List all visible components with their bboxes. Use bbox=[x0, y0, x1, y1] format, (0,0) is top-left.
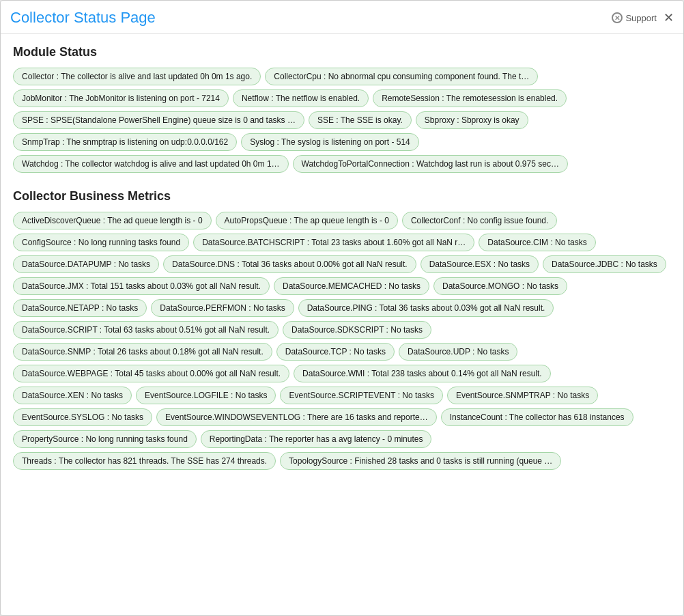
status-badge: WatchdogToPortalConnection : Watchdog la… bbox=[293, 155, 568, 173]
status-badge: SSE : The SSE is okay. bbox=[309, 111, 412, 129]
support-label: Support bbox=[625, 13, 657, 23]
metric-badge: Threads : The collector has 821 threads.… bbox=[13, 452, 276, 470]
metric-badge: ConfigSource : No long running tasks fou… bbox=[13, 234, 189, 251]
metric-badge: ActiveDiscoverQueue : The ad queue lengt… bbox=[13, 212, 212, 229]
metric-badge: EventSource.SYSLOG : No tasks bbox=[13, 408, 152, 426]
metric-badge: CollectorConf : No config issue found. bbox=[402, 212, 557, 229]
business-metrics-title: Collector Business Metrics bbox=[13, 189, 671, 204]
metric-badge: DataSource.NETAPP : No tasks bbox=[13, 299, 147, 317]
status-badge: Watchdog : The collector watchdog is ali… bbox=[13, 155, 289, 173]
status-badge: Netflow : The netflow is enabled. bbox=[233, 89, 369, 107]
metric-badge: EventSource.WINDOWSEVENTLOG : There are … bbox=[156, 408, 437, 426]
metric-badge: DataSource.ESX : No tasks bbox=[421, 255, 539, 273]
support-button[interactable]: ✕ Support bbox=[612, 12, 657, 23]
metric-badge: ReportingData : The reporter has a avg l… bbox=[201, 430, 432, 448]
metric-badge: DataSource.UDP : No tasks bbox=[399, 343, 518, 361]
metric-badge: DataSource.SDKSCRIPT : No tasks bbox=[283, 321, 431, 339]
metric-badge: InstanceCount : The collector has 618 in… bbox=[441, 408, 633, 426]
status-badge: Sbproxy : Sbproxy is okay bbox=[416, 111, 528, 129]
module-status-title: Module Status bbox=[13, 45, 671, 59]
metric-badge: DataSource.JDBC : No tasks bbox=[543, 255, 666, 273]
status-badge: Syslog : The syslog is listening on port… bbox=[241, 133, 419, 151]
metric-badge: EventSource.LOGFILE : No tasks bbox=[136, 387, 276, 404]
metric-badge: DataSource.SNMP : Total 26 tasks about 0… bbox=[13, 343, 272, 361]
status-badge: SnmpTrap : The snmptrap is listening on … bbox=[13, 133, 237, 151]
metric-badge: EventSource.SNMPTRAP : No tasks bbox=[447, 387, 598, 404]
main-window: Collector Status Page ✕ Support ✕ Module… bbox=[0, 0, 684, 616]
metric-badge: DataSource.WEBPAGE : Total 45 tasks abou… bbox=[13, 365, 289, 382]
business-metrics-section: Collector Business Metrics ActiveDiscove… bbox=[13, 189, 671, 470]
metric-badge: TopologySource : Finished 28 tasks and 0… bbox=[280, 452, 561, 470]
module-status-badges: Collector : The collector is alive and l… bbox=[13, 68, 671, 173]
metric-badge: DataSource.PING : Total 36 tasks about 0… bbox=[298, 299, 554, 317]
title-bar-left: Collector Status Page bbox=[10, 9, 156, 27]
metric-badge: DataSource.MEMCACHED : No tasks bbox=[274, 277, 429, 295]
metric-badge: DataSource.DATAPUMP : No tasks bbox=[13, 255, 159, 273]
status-badge: RemoteSession : The remotesession is ena… bbox=[373, 89, 567, 107]
metric-badge: DataSource.SCRIPT : Total 63 tasks about… bbox=[13, 321, 279, 339]
metric-badge: DataSource.MONGO : No tasks bbox=[433, 277, 567, 295]
module-status-section: Module Status Collector : The collector … bbox=[13, 45, 671, 173]
support-icon: ✕ bbox=[612, 12, 623, 23]
metric-badge: DataSource.XEN : No tasks bbox=[13, 387, 132, 404]
close-button[interactable]: ✕ bbox=[664, 12, 674, 24]
metric-badge: DataSource.BATCHSCRIPT : Total 23 tasks … bbox=[193, 234, 474, 251]
metric-badge: EventSource.SCRIPTEVENT : No tasks bbox=[280, 387, 443, 404]
page-title: Collector Status Page bbox=[10, 9, 156, 27]
content-area: Module Status Collector : The collector … bbox=[1, 34, 683, 615]
title-bar: Collector Status Page ✕ Support ✕ bbox=[1, 1, 683, 34]
metric-badge: DataSource.CIM : No tasks bbox=[479, 234, 595, 251]
metric-badge: DataSource.TCP : No tasks bbox=[276, 343, 395, 361]
status-badge: CollectorCpu : No abnormal cpu consuming… bbox=[265, 68, 538, 85]
status-badge: Collector : The collector is alive and l… bbox=[13, 68, 261, 85]
metric-badge: PropertySource : No long running tasks f… bbox=[13, 430, 197, 448]
metric-badge: DataSource.JMX : Total 151 tasks about 0… bbox=[13, 277, 270, 295]
title-bar-right: ✕ Support ✕ bbox=[612, 12, 674, 24]
status-badge: JobMonitor : The JobMonitor is listening… bbox=[13, 89, 229, 107]
metric-badge: DataSource.WMI : Total 238 tasks about 0… bbox=[294, 365, 551, 382]
metric-badge: DataSource.DNS : Total 36 tasks about 0.… bbox=[163, 255, 416, 273]
business-metrics-badges: ActiveDiscoverQueue : The ad queue lengt… bbox=[13, 212, 671, 470]
metric-badge: AutoPropsQueue : The ap queue length is … bbox=[216, 212, 398, 229]
status-badge: SPSE : SPSE(Standalone PowerShell Engine… bbox=[13, 111, 304, 129]
metric-badge: DataSource.PERFMON : No tasks bbox=[151, 299, 294, 317]
